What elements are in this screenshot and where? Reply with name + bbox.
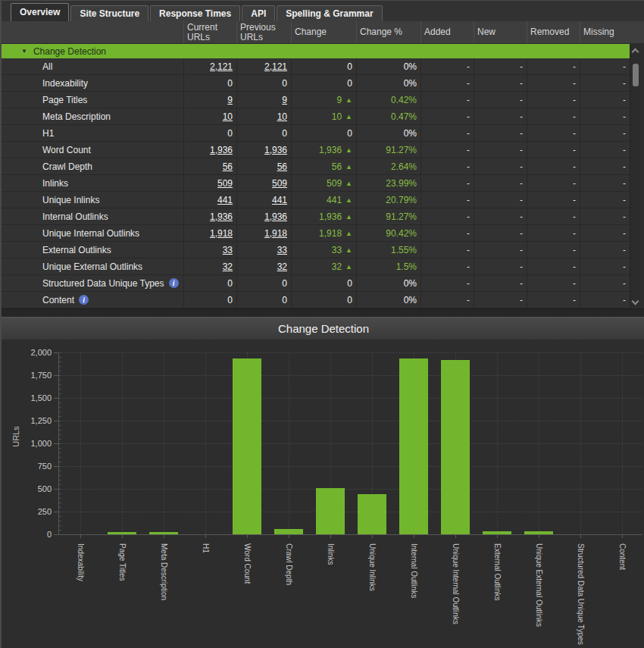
- table-row-page-titles[interactable]: Page Titles999▲0.42%----: [2, 92, 630, 108]
- tab-api[interactable]: API: [242, 5, 275, 21]
- added-cell: -: [420, 125, 474, 141]
- change-cell: 9▲: [291, 92, 356, 108]
- previous-urls-cell[interactable]: 9: [236, 92, 291, 108]
- table-row-unique-internal-outlinks[interactable]: Unique Internal Outlinks1,9181,9181,918▲…: [2, 225, 630, 242]
- info-icon[interactable]: i: [169, 278, 179, 288]
- new-cell: -: [474, 242, 527, 258]
- collapse-triangle-icon[interactable]: ▼: [21, 48, 27, 55]
- group-row-change-detection[interactable]: ▼ Change Detection: [2, 44, 630, 58]
- current-urls-value[interactable]: 1,936: [210, 145, 233, 155]
- table-row-internal-outlinks[interactable]: Internal Outlinks1,9361,9361,936▲91.27%-…: [2, 208, 630, 225]
- current-urls-cell[interactable]: 10: [183, 108, 236, 124]
- bar-crawl-depth: [274, 529, 303, 534]
- previous-urls-value[interactable]: 441: [272, 195, 287, 205]
- change-pct-cell: 91.27%: [356, 208, 420, 224]
- current-urls-value[interactable]: 2,121: [210, 61, 233, 72]
- table-row-all[interactable]: All2,1212,12100%----: [2, 58, 630, 75]
- current-urls-cell[interactable]: 33: [183, 242, 236, 258]
- previous-urls-cell[interactable]: 32: [236, 258, 291, 274]
- missing-value: -: [623, 128, 626, 139]
- current-urls-cell[interactable]: 1,918: [183, 225, 236, 241]
- current-urls-value[interactable]: 1,918: [210, 228, 233, 239]
- previous-urls-value[interactable]: 9: [282, 95, 287, 105]
- current-urls-value: 0: [227, 295, 233, 305]
- change-pct-cell: 0%: [356, 75, 420, 91]
- current-urls-value[interactable]: 441: [217, 195, 233, 205]
- previous-urls-cell[interactable]: 1,918: [236, 225, 291, 241]
- previous-urls-value[interactable]: 10: [277, 111, 287, 122]
- new-value: -: [520, 178, 523, 189]
- previous-urls-value[interactable]: 2,121: [264, 61, 287, 72]
- table-vertical-scrollbar[interactable]: [630, 44, 640, 308]
- previous-urls-value[interactable]: 1,936: [264, 211, 287, 222]
- previous-urls-value[interactable]: 1,936: [264, 145, 287, 155]
- current-urls-cell[interactable]: 509: [183, 175, 236, 191]
- row-label: Contenti: [2, 292, 183, 308]
- current-urls-cell[interactable]: 1,936: [183, 142, 236, 158]
- row-label-text: Unique External Outlinks: [42, 261, 142, 272]
- table-row-indexability[interactable]: Indexability0000%----: [2, 75, 630, 92]
- table-row-inlinks[interactable]: Inlinks509509509▲23.99%----: [2, 175, 630, 192]
- row-label-text: Crawl Depth: [42, 161, 92, 172]
- current-urls-value[interactable]: 10: [223, 111, 233, 122]
- table-row-unique-external-outlinks[interactable]: Unique External Outlinks323232▲1.5%----: [2, 258, 630, 275]
- missing-cell: -: [580, 92, 630, 108]
- current-urls-cell[interactable]: 2,121: [183, 58, 236, 74]
- current-urls-cell[interactable]: 1,936: [183, 208, 236, 224]
- table-row-crawl-depth[interactable]: Crawl Depth565656▲2.64%----: [2, 158, 630, 175]
- y-axis-tick-label: 500: [5, 484, 52, 493]
- table-row-word-count[interactable]: Word Count1,9361,9361,936▲91.27%----: [2, 142, 630, 158]
- current-urls-cell[interactable]: 32: [183, 258, 236, 274]
- tab-overview[interactable]: Overview: [11, 3, 69, 21]
- table-row-external-outlinks[interactable]: External Outlinks333333▲1.55%----: [2, 242, 630, 258]
- previous-urls-cell[interactable]: 509: [236, 175, 291, 191]
- previous-urls-value[interactable]: 32: [277, 261, 287, 272]
- current-urls-value[interactable]: 509: [217, 178, 233, 189]
- panel-splitter[interactable]: [2, 308, 644, 317]
- current-urls-value[interactable]: 33: [223, 245, 233, 255]
- scroll-down-button[interactable]: [630, 296, 640, 308]
- current-urls-cell[interactable]: 441: [183, 192, 236, 208]
- tab-spelling-grammar[interactable]: Spelling & Grammar: [277, 5, 382, 21]
- added-value: -: [467, 295, 470, 305]
- table-row-structured-data-unique-types[interactable]: Structured Data Unique Typesi0000%----: [2, 275, 630, 292]
- scroll-up-button[interactable]: [630, 45, 640, 56]
- x-axis-label-word-count: Word Count: [242, 543, 252, 584]
- missing-value: -: [623, 178, 626, 189]
- previous-urls-value[interactable]: 33: [277, 245, 287, 255]
- tab-site-structure[interactable]: Site Structure: [70, 5, 148, 21]
- previous-urls-cell[interactable]: 441: [236, 192, 291, 208]
- new-value: -: [520, 78, 523, 89]
- previous-urls-value[interactable]: 56: [277, 161, 287, 172]
- current-urls-value[interactable]: 1,936: [210, 211, 233, 222]
- missing-cell: -: [580, 292, 630, 308]
- gridline-vertical: [205, 352, 206, 534]
- new-cell: -: [474, 142, 527, 158]
- current-urls-value[interactable]: 9: [227, 95, 233, 105]
- new-value: -: [520, 145, 523, 155]
- table-row-unique-inlinks[interactable]: Unique Inlinks441441441▲20.79%----: [2, 192, 630, 208]
- info-icon[interactable]: i: [79, 295, 89, 305]
- x-axis-label-meta-description: Meta Description: [158, 543, 169, 600]
- previous-urls-cell[interactable]: 10: [236, 108, 291, 124]
- table-row-content[interactable]: Contenti0000%----: [2, 292, 630, 308]
- removed-cell: -: [527, 125, 580, 141]
- table-row-h1[interactable]: H10000%----: [2, 125, 630, 142]
- previous-urls-cell[interactable]: 1,936: [236, 208, 291, 224]
- row-label: Crawl Depth: [2, 158, 183, 174]
- current-urls-value[interactable]: 56: [223, 161, 233, 172]
- previous-urls-value[interactable]: 509: [272, 178, 287, 189]
- previous-urls-cell[interactable]: 2,121: [236, 58, 291, 74]
- current-urls-cell[interactable]: 9: [183, 92, 236, 108]
- tab-response-times[interactable]: Response Times: [150, 5, 240, 21]
- current-urls-value[interactable]: 32: [223, 261, 233, 272]
- current-urls-cell[interactable]: 56: [183, 158, 236, 174]
- row-label-text: Inlinks: [42, 178, 68, 189]
- table-row-meta-description[interactable]: Meta Description101010▲0.47%----: [2, 108, 630, 125]
- increase-arrow-icon: ▲: [345, 263, 352, 271]
- previous-urls-cell[interactable]: 1,936: [236, 142, 291, 158]
- previous-urls-cell[interactable]: 33: [236, 242, 291, 258]
- scrollbar-thumb[interactable]: [633, 64, 639, 86]
- previous-urls-value[interactable]: 1,918: [264, 228, 287, 239]
- previous-urls-cell[interactable]: 56: [236, 158, 291, 174]
